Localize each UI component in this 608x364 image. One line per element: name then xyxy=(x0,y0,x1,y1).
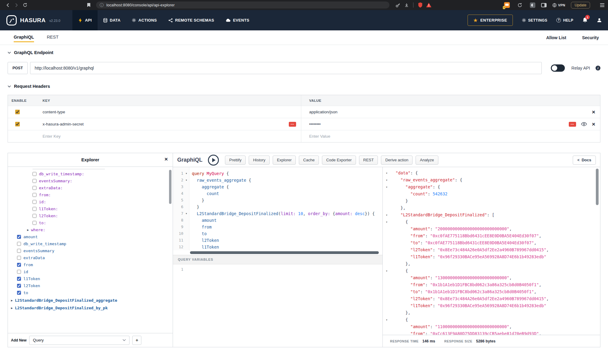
explorer-item-eventssummary[interactable]: eventsSummary: xyxy=(8,177,173,184)
help-link[interactable]: ? HELP xyxy=(556,18,573,22)
field-checkbox[interactable] xyxy=(33,179,36,183)
horizontal-scrollbar[interactable] xyxy=(190,251,379,254)
field-checkbox[interactable] xyxy=(33,207,36,211)
execute-query-button[interactable] xyxy=(208,155,219,166)
header-key[interactable]: content-type xyxy=(43,110,65,114)
nav-item-remote-schemas[interactable]: REMOTE SCHEMAS xyxy=(163,10,220,30)
browser-update-button[interactable]: Update xyxy=(571,2,590,9)
secret-badge-icon[interactable]: ••• xyxy=(289,122,296,127)
secret-badge-icon[interactable]: ••• xyxy=(569,122,576,127)
fold-icon[interactable]: ▾ xyxy=(383,177,391,184)
enable-checkbox[interactable] xyxy=(15,122,20,126)
toolbar-button-prettify[interactable]: Prettify xyxy=(225,156,246,165)
explorer-item-id[interactable]: id: xyxy=(8,198,173,205)
explorer-item-from[interactable]: from: xyxy=(8,191,173,198)
nav-item-api[interactable]: API xyxy=(72,10,98,30)
explorer-item-l2token[interactable]: l2Token xyxy=(8,282,173,289)
browser-menu-icon[interactable] xyxy=(600,3,604,7)
field-checkbox[interactable] xyxy=(17,277,21,281)
hasura-brand[interactable]: HASURA v2.23.0 xyxy=(6,15,60,26)
new-header-key-input[interactable] xyxy=(43,134,275,139)
tab-rest[interactable]: REST xyxy=(47,35,59,42)
field-checkbox[interactable] xyxy=(17,242,21,246)
explorer-item-id[interactable]: id xyxy=(8,268,173,275)
explorer-item-l2standardbridge-depositfinalized-aggregate[interactable]: ▶L2StandardBridge_DepositFinalized_aggre… xyxy=(8,297,173,304)
fold-icon[interactable]: ▾ xyxy=(383,170,391,177)
notifications-button[interactable]: 1 xyxy=(582,17,588,23)
field-checkbox[interactable] xyxy=(33,172,36,176)
add-operation-button[interactable]: + xyxy=(132,336,141,345)
toolbar-button-derive-action[interactable]: Derive action xyxy=(381,156,413,165)
expand-arrow-icon[interactable]: ▶ xyxy=(27,228,29,232)
download-icon[interactable] xyxy=(402,1,411,9)
field-checkbox[interactable] xyxy=(17,284,21,288)
field-checkbox[interactable] xyxy=(17,249,21,253)
info-icon[interactable]: i xyxy=(596,66,600,70)
field-checkbox[interactable] xyxy=(17,235,21,239)
remove-header-icon[interactable]: × xyxy=(592,121,595,127)
chat-extension-icon[interactable]: 1 xyxy=(504,2,510,8)
explorer-item-l2standardbridge-depositfinalized-by-pk[interactable]: ▶L2StandardBridge_DepositFinalized_by_pk xyxy=(8,304,173,311)
field-checkbox[interactable] xyxy=(17,291,21,295)
graphql-endpoint-input[interactable] xyxy=(30,62,541,74)
nav-item-actions[interactable]: ACTIONS xyxy=(126,10,163,30)
reveal-eye-icon[interactable] xyxy=(581,122,587,126)
reload-icon[interactable] xyxy=(21,1,29,9)
header-value[interactable]: application/json xyxy=(309,110,337,114)
relay-api-toggle[interactable] xyxy=(551,64,565,72)
toolbar-button-code-exporter[interactable]: Code Exporter xyxy=(322,156,356,165)
field-checkbox[interactable] xyxy=(33,221,36,225)
new-header-value-input[interactable] xyxy=(309,134,571,139)
security-link[interactable]: Security xyxy=(582,35,599,40)
response-scrollbar[interactable] xyxy=(596,169,599,205)
fold-icon[interactable]: ▾ xyxy=(383,316,391,323)
warning-extension-icon[interactable] xyxy=(424,1,433,9)
toolbar-button-cache[interactable]: Cache xyxy=(299,156,319,165)
toolbar-button-explorer[interactable]: Explorer xyxy=(273,156,296,165)
method-button[interactable]: POST xyxy=(8,62,28,74)
explorer-item-extradata[interactable]: extraData: xyxy=(8,184,173,191)
query-variables-header[interactable]: QUERY VARIABLES xyxy=(173,255,382,264)
field-checkbox[interactable] xyxy=(17,256,21,260)
side-panel-icon[interactable] xyxy=(541,3,547,7)
explorer-item-l1token[interactable]: l1Token: xyxy=(8,205,173,212)
settings-link[interactable]: SETTINGS xyxy=(522,18,547,22)
query-variables-editor[interactable]: 1 xyxy=(173,264,382,347)
fold-icon[interactable]: ▾ xyxy=(183,210,189,217)
close-explorer-icon[interactable]: × xyxy=(164,156,168,162)
account-button[interactable] xyxy=(597,18,602,23)
toolbar-button-history[interactable]: History xyxy=(249,156,269,165)
field-checkbox[interactable] xyxy=(33,200,36,204)
fold-icon[interactable]: ▾ xyxy=(383,211,391,218)
fold-icon[interactable]: ▾ xyxy=(383,267,391,274)
add-new-select[interactable]: Query xyxy=(29,336,130,345)
bookmark-icon[interactable] xyxy=(85,1,93,9)
site-info-icon[interactable]: i xyxy=(100,3,104,7)
forward-icon[interactable] xyxy=(12,1,21,9)
field-checkbox[interactable] xyxy=(17,270,21,274)
field-checkbox[interactable] xyxy=(33,214,36,218)
nav-item-events[interactable]: EVENTS xyxy=(220,10,255,30)
explorer-item-db-write-timestamp[interactable]: db_write_timestamp xyxy=(8,240,173,247)
explorer-tree[interactable]: db_write_timestamp:eventsSummary:extraDa… xyxy=(8,167,173,333)
expand-arrow-icon[interactable]: ▶ xyxy=(11,299,13,302)
explorer-item-db-write-timestamp[interactable]: db_write_timestamp: xyxy=(8,170,173,177)
header-key[interactable]: x-hasura-admin-secret xyxy=(43,122,84,126)
sync-extension-icon[interactable] xyxy=(516,1,524,9)
explorer-item-l1token[interactable]: l1Token xyxy=(8,275,173,282)
fold-icon[interactable]: ▾ xyxy=(383,218,391,225)
dark-mode-extension-icon[interactable] xyxy=(530,2,535,8)
header-value-masked[interactable]: •••••••• xyxy=(309,122,321,126)
docs-button[interactable]: < Docs xyxy=(573,156,596,165)
explorer-scrollbar[interactable] xyxy=(169,170,171,204)
explorer-item-to[interactable]: to xyxy=(8,289,173,296)
enable-checkbox[interactable] xyxy=(15,110,20,114)
explorer-item-where[interactable]: ▶where: xyxy=(8,226,173,233)
headers-section-header[interactable]: Request Headers xyxy=(8,84,600,89)
tab-graphiql[interactable]: GraphiQL xyxy=(14,35,34,42)
field-checkbox[interactable] xyxy=(33,193,36,197)
toolbar-button-rest[interactable]: REST xyxy=(359,156,378,165)
nav-item-data[interactable]: DATA xyxy=(98,10,126,30)
explorer-item-eventssummary[interactable]: eventsSummary xyxy=(8,247,173,254)
password-key-icon[interactable] xyxy=(394,1,402,9)
